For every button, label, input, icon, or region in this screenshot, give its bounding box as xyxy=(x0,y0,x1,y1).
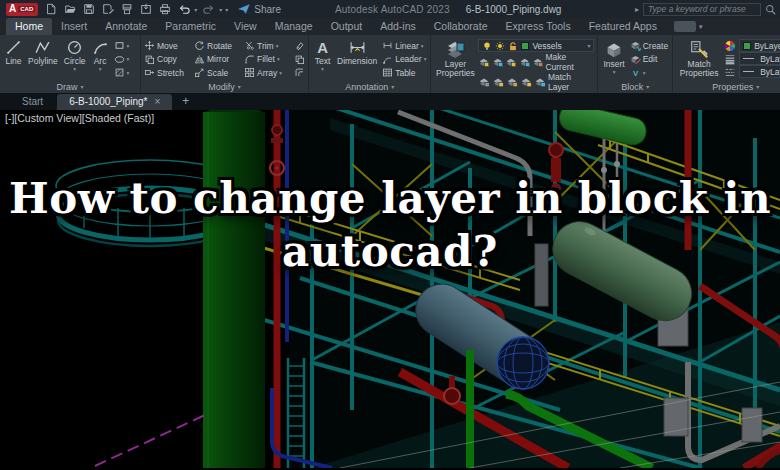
explode-icon[interactable] xyxy=(294,54,305,65)
stretch-button[interactable]: Stretch xyxy=(144,67,193,78)
offset-icon[interactable] xyxy=(294,67,305,78)
tab-parametric[interactable]: Parametric xyxy=(156,18,225,35)
color-wheel-icon[interactable] xyxy=(724,40,736,52)
save-button[interactable] xyxy=(82,3,96,16)
customize-qat-button[interactable]: ▾ xyxy=(225,6,228,13)
close-tab-icon[interactable]: × xyxy=(155,96,161,107)
layer-isolate-icon[interactable] xyxy=(478,56,489,68)
move-button[interactable]: Move xyxy=(144,40,193,51)
new-button[interactable] xyxy=(44,3,58,16)
ribbon-options-caret[interactable]: ▾ xyxy=(699,23,703,31)
text-button[interactable]: Text▾ xyxy=(312,38,333,80)
drawing-viewport[interactable]: [-][Custom View][Shaded (Fast)] xyxy=(0,110,780,470)
share-button[interactable]: Share xyxy=(238,3,281,15)
autocad-window: A CAD ▾ ▾ ▾ Share Autodesk AutoCAD 2023 … xyxy=(0,0,780,470)
match-layer-icon[interactable] xyxy=(534,76,546,88)
define-attributes-button[interactable]: ▾ xyxy=(630,67,669,78)
undo-button[interactable] xyxy=(177,3,191,16)
polyline-icon xyxy=(34,39,51,56)
tab-express-tools[interactable]: Express Tools xyxy=(496,18,579,35)
match-properties-button[interactable]: Match Properties xyxy=(676,38,722,80)
layer-vpfreeze-icon[interactable] xyxy=(520,76,532,88)
lineweight-icon[interactable] xyxy=(724,53,736,65)
rotate-button[interactable]: Rotate xyxy=(194,40,243,51)
linear-button[interactable]: Linear▾ xyxy=(382,40,426,51)
lineweight-dropdown[interactable]: ByLayer xyxy=(739,52,780,65)
line-button[interactable]: Line xyxy=(3,38,24,80)
properties-panel-label[interactable]: Properties▾ xyxy=(673,80,780,93)
scale-button[interactable]: Scale xyxy=(194,67,243,78)
file-tab-document[interactable]: 6-B-1000_Piping* × xyxy=(57,94,172,110)
make-current-button[interactable]: Make Current xyxy=(545,52,594,72)
linetype-dropdown[interactable]: ByLayer xyxy=(739,65,780,78)
title-bar: A CAD ▾ ▾ ▾ Share Autodesk AutoCAD 2023 … xyxy=(0,0,780,18)
redo-button[interactable] xyxy=(202,3,216,16)
hatch-button[interactable]: ▾ xyxy=(114,67,130,78)
undo-dropdown[interactable]: ▾ xyxy=(194,6,197,13)
layer-freeze-icon[interactable] xyxy=(505,56,516,68)
trim-button[interactable]: Trim▾ xyxy=(244,40,293,51)
tab-home[interactable]: Home xyxy=(6,18,52,35)
match-layer-button[interactable]: Match Layer xyxy=(548,72,594,92)
erase-icon[interactable] xyxy=(294,40,305,51)
open-from-web-button[interactable] xyxy=(139,3,153,16)
annotation-panel-label[interactable]: Annotation▾ xyxy=(309,80,430,93)
file-tab-start[interactable]: Start xyxy=(10,94,55,110)
draw-panel-label[interactable]: Draw▾ xyxy=(0,80,140,93)
tab-insert[interactable]: Insert xyxy=(52,18,96,35)
tab-view[interactable]: View xyxy=(225,18,266,35)
fillet-button[interactable]: Fillet▾ xyxy=(244,54,293,65)
plot-button[interactable] xyxy=(120,3,134,16)
array-button[interactable]: Array▾ xyxy=(244,67,293,78)
arc-button[interactable]: Arc▾ xyxy=(90,38,111,80)
rectangle-button[interactable]: ▾ xyxy=(114,40,130,51)
tab-collaborate[interactable]: Collaborate xyxy=(425,18,497,35)
layer-dropdown-caret[interactable]: ▾ xyxy=(587,42,590,49)
make-current-icon[interactable] xyxy=(532,56,543,68)
thumbnail-title-line1: How to change layer in block in xyxy=(0,172,780,225)
insert-block-button[interactable]: Insert▾ xyxy=(601,38,626,80)
layer-dropdown[interactable]: Vessels ▾ xyxy=(478,39,594,52)
ribbon-display-toggle[interactable] xyxy=(674,21,696,32)
app-menu-button[interactable]: A CAD xyxy=(6,3,38,16)
search-input[interactable] xyxy=(643,3,761,16)
table-icon xyxy=(382,67,393,78)
tab-manage[interactable]: Manage xyxy=(266,18,322,35)
layer-off-icon[interactable] xyxy=(519,56,530,68)
viewport-controls[interactable]: [-][Custom View][Shaded (Fast)] xyxy=(5,112,154,124)
table-button[interactable]: Table xyxy=(382,67,426,78)
tab-output[interactable]: Output xyxy=(322,18,372,35)
tab-add-ins[interactable]: Add-ins xyxy=(371,18,425,35)
ellipse-button[interactable]: ▾ xyxy=(114,54,130,65)
print-button[interactable] xyxy=(158,3,172,16)
save-icon xyxy=(83,3,95,15)
copy-button[interactable]: Copy xyxy=(144,54,193,65)
circle-button[interactable]: Circle▾ xyxy=(62,38,88,80)
tab-annotate[interactable]: Annotate xyxy=(96,18,156,35)
layer-unlock-tool-icon[interactable] xyxy=(492,76,504,88)
layer-walk-icon[interactable] xyxy=(506,76,518,88)
search-expand-arrow[interactable]: ▸ xyxy=(635,5,639,14)
linetype-icon[interactable] xyxy=(724,66,736,78)
current-layer-name: Vessels xyxy=(532,41,561,51)
new-drawing-tab-button[interactable]: + xyxy=(174,94,197,110)
undo-icon xyxy=(178,3,190,15)
block-panel-label[interactable]: Block▾ xyxy=(598,80,672,93)
leader-button[interactable]: Leader▾ xyxy=(382,54,426,65)
search-icon[interactable] xyxy=(765,4,776,15)
layer-lock-tool-icon[interactable] xyxy=(478,76,490,88)
layer-unisolate-icon[interactable] xyxy=(492,56,503,68)
modify-panel-label[interactable]: Modify▾ xyxy=(141,80,308,93)
tab-featured-apps[interactable]: Featured Apps xyxy=(580,18,666,35)
open-button[interactable] xyxy=(63,3,77,16)
mirror-button[interactable]: Mirror xyxy=(194,54,243,65)
layer-properties-button[interactable]: Layer Properties xyxy=(434,38,476,94)
save-as-button[interactable] xyxy=(101,3,115,16)
edit-block-button[interactable]: Edit xyxy=(630,54,669,65)
create-block-button[interactable]: Create xyxy=(630,40,669,51)
dimension-button[interactable]: Dimension xyxy=(335,38,379,80)
polyline-button[interactable]: Polyline xyxy=(26,38,60,80)
redo-dropdown[interactable]: ▾ xyxy=(219,6,222,13)
layer-unlock-icon xyxy=(508,41,518,51)
object-color-dropdown[interactable]: ByLayer ▾ xyxy=(739,39,780,52)
